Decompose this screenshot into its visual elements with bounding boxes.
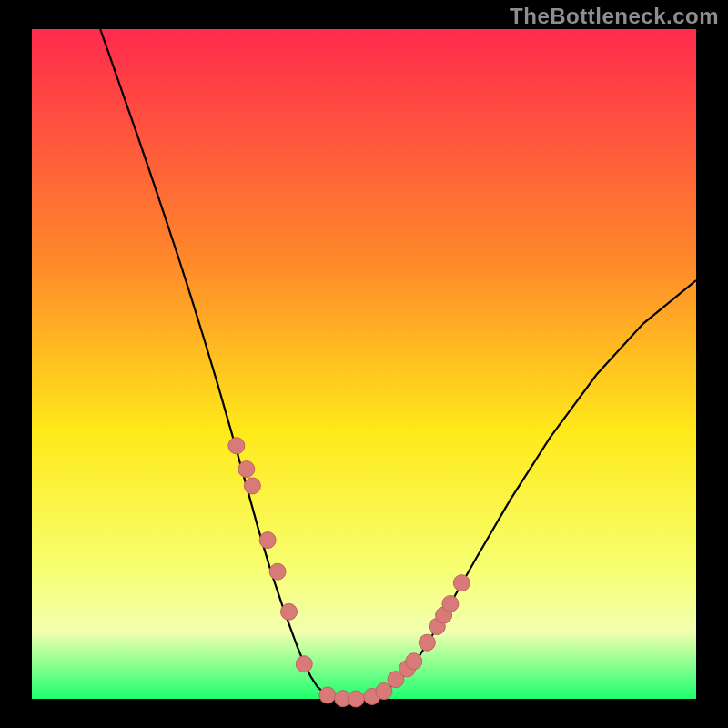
data-point [296,656,312,672]
data-point [319,687,336,703]
data-point [348,691,364,707]
data-point [228,438,245,454]
data-point [419,634,435,651]
chart-container: { "attribution": "TheBottleneck.com", "c… [0,0,728,728]
data-point [453,575,470,592]
attribution-text: TheBottleneck.com [510,4,719,29]
plot-background [32,29,696,699]
data-point [406,653,422,670]
data-point [281,603,298,620]
data-point [238,461,255,478]
bottleneck-chart [0,0,728,728]
data-point [442,595,459,612]
data-point [269,563,286,580]
data-point [259,532,276,549]
data-point [244,478,260,494]
